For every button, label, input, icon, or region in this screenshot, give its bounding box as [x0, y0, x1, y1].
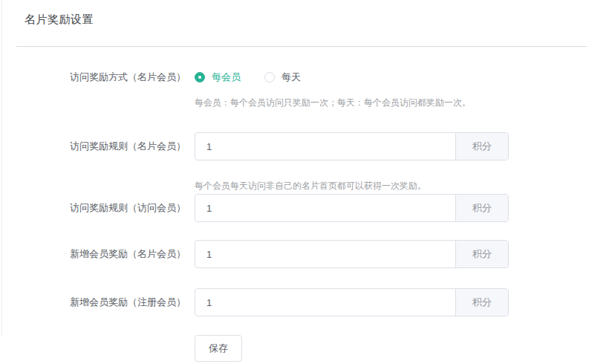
settings-page: 名片奖励设置 访问奖励方式（名片会员） 每会员 每天 每会员：每个会员访问只奖励…	[0, 0, 609, 364]
radio-option-per-member[interactable]: 每会员	[195, 71, 241, 84]
points-input-group: 积分	[195, 240, 509, 268]
visit-rule-help-text: 每个会员每天访问非自己的名片首页都可以获得一次奖励。	[195, 180, 426, 192]
radio-option-per-day[interactable]: 每天	[264, 71, 301, 84]
reward-mode-label: 访问奖励方式（名片会员）	[0, 71, 186, 84]
radio-option-label[interactable]: 每会员	[212, 71, 241, 84]
radio-selected-icon[interactable]	[195, 72, 205, 82]
radio-unselected-icon[interactable]	[264, 72, 275, 82]
field-label: 访问奖励规则（访问会员）	[0, 201, 186, 215]
points-input-group: 积分	[195, 194, 509, 222]
form-row-new-member-card-member: 新增会员奖励（名片会员） 积分	[0, 240, 512, 268]
reward-mode-radio-group: 每会员 每天	[195, 71, 301, 84]
points-input[interactable]	[195, 289, 455, 316]
points-input[interactable]	[195, 195, 455, 221]
unit-suffix: 积分	[455, 241, 508, 267]
points-input-group: 积分	[195, 288, 509, 316]
unit-suffix: 积分	[455, 133, 508, 160]
form-row-reward-mode: 访问奖励方式（名片会员） 每会员 每天	[0, 71, 512, 83]
panel-left-border	[1, 0, 2, 336]
title-divider	[16, 46, 587, 47]
field-label: 访问奖励规则（名片会员）	[0, 140, 186, 153]
form-row-new-member-registered-member: 新增会员奖励（注册会员） 积分	[0, 288, 512, 316]
reward-mode-help-text: 每会员：每个会员访问只奖励一次；每天：每个会员访问都奖励一次。	[195, 97, 471, 109]
points-input-group: 积分	[195, 132, 509, 160]
points-input[interactable]	[195, 133, 455, 160]
form-row-visit-rule-card-member: 访问奖励规则（名片会员） 积分	[0, 132, 512, 160]
save-button[interactable]: 保存	[195, 335, 242, 362]
field-label: 新增会员奖励（注册会员）	[0, 296, 186, 309]
field-label: 新增会员奖励（名片会员）	[0, 247, 186, 261]
points-input[interactable]	[195, 241, 455, 267]
form-row-visit-rule-visitor-member: 访问奖励规则（访问会员） 积分	[0, 194, 512, 222]
radio-option-label[interactable]: 每天	[281, 71, 301, 84]
unit-suffix: 积分	[455, 195, 508, 221]
unit-suffix: 积分	[455, 289, 508, 316]
page-title: 名片奖励设置	[25, 13, 94, 27]
